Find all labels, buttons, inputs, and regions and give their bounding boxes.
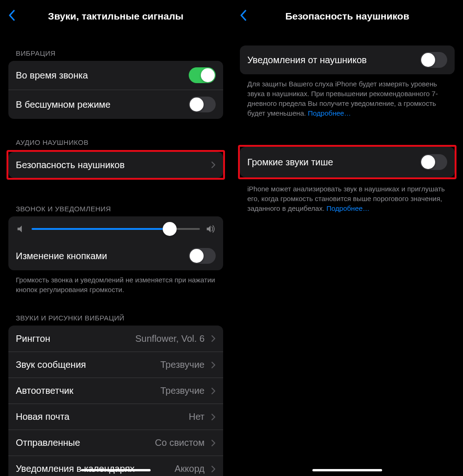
row-headphone-notifications[interactable]: Уведомления от наушников bbox=[240, 46, 455, 74]
group-ringer: Изменение кнопками bbox=[8, 216, 223, 270]
pane-sounds: Звуки, тактильные сигналы ВИБРАЦИЯ Во вр… bbox=[0, 0, 232, 476]
learn-more-link[interactable]: Подробнее… bbox=[308, 109, 351, 117]
row-reduce-loud-sounds[interactable]: Громкие звуки тише bbox=[240, 147, 455, 177]
toggle-vibrate-ring[interactable] bbox=[189, 67, 216, 83]
row-label: Звук сообщения bbox=[16, 359, 160, 370]
section-header-ringer: ЗВОНОК И УВЕДОМЛЕНИЯ bbox=[16, 205, 223, 213]
footer-note-ringer: Громкость звонка и уведомлений не изменя… bbox=[16, 275, 216, 294]
content-right: Уведомления от наушников Для защиты Ваше… bbox=[232, 28, 463, 476]
speaker-low-icon bbox=[16, 224, 26, 234]
back-button[interactable] bbox=[238, 8, 248, 22]
chevron-left-icon bbox=[240, 10, 246, 21]
row-text-tone[interactable]: Звук сообщения Трезвучие bbox=[8, 352, 223, 378]
chevron-right-icon bbox=[211, 335, 216, 342]
chevron-right-icon bbox=[211, 387, 216, 395]
row-value: Трезвучие bbox=[160, 359, 205, 370]
row-value: Трезвучие bbox=[160, 385, 205, 396]
row-new-mail[interactable]: Новая почта Нет bbox=[8, 404, 223, 430]
section-header-vibration: ВИБРАЦИЯ bbox=[16, 49, 223, 57]
content-left: ВИБРАЦИЯ Во время звонка В бесшумном реж… bbox=[0, 28, 232, 476]
row-label: Отправленные bbox=[16, 437, 155, 448]
row-ringtone[interactable]: Рингтон Sunflower, Vol. 6 bbox=[8, 326, 223, 352]
chevron-right-icon bbox=[211, 439, 216, 447]
chevron-right-icon bbox=[211, 361, 216, 369]
row-volume-slider[interactable] bbox=[8, 216, 223, 241]
navbar-left: Звуки, тактильные сигналы bbox=[0, 0, 232, 28]
row-voicemail[interactable]: Автоответчик Трезвучие bbox=[8, 378, 223, 404]
row-label: В бесшумном режиме bbox=[16, 99, 189, 110]
toggle-headphone-notifications[interactable] bbox=[420, 52, 447, 68]
row-value: Аккорд bbox=[174, 463, 205, 474]
home-indicator[interactable] bbox=[81, 469, 151, 471]
row-sent-mail[interactable]: Отправленные Со свистом bbox=[8, 430, 223, 456]
toggle-vibrate-silent[interactable] bbox=[189, 97, 216, 112]
row-vibrate-on-ring[interactable]: Во время звонка bbox=[8, 61, 223, 90]
chevron-left-icon bbox=[8, 10, 15, 21]
chevron-right-icon bbox=[211, 161, 216, 169]
page-title: Звуки, тактильные сигналы bbox=[48, 11, 183, 22]
footer-note-reduce: iPhone может анализировать звук в наушни… bbox=[247, 184, 447, 213]
row-value: Нет bbox=[189, 411, 205, 422]
row-label: Безопасность наушников bbox=[16, 160, 207, 170]
group-reduce-loud: Громкие звуки тише bbox=[240, 147, 455, 177]
highlight-reduce-loud: Громкие звуки тише bbox=[238, 145, 456, 179]
back-button[interactable] bbox=[7, 8, 17, 22]
learn-more-link[interactable]: Подробнее… bbox=[326, 204, 370, 212]
group-sounds-patterns: Рингтон Sunflower, Vol. 6 Звук сообщения… bbox=[8, 326, 223, 476]
speaker-high-icon bbox=[205, 224, 216, 234]
row-change-with-buttons[interactable]: Изменение кнопками bbox=[8, 241, 223, 270]
group-headphone-notifications: Уведомления от наушников bbox=[240, 46, 455, 74]
chevron-right-icon bbox=[211, 465, 216, 473]
toggle-reduce-loud[interactable] bbox=[420, 154, 447, 170]
row-vibrate-on-silent[interactable]: В бесшумном режиме bbox=[8, 90, 223, 119]
row-value: Sunflower, Vol. 6 bbox=[135, 333, 205, 344]
row-value: Со свистом bbox=[155, 437, 205, 448]
row-label: Автоответчик bbox=[16, 385, 160, 396]
navbar-right: Безопасность наушников bbox=[232, 0, 463, 28]
row-label: Уведомления от наушников bbox=[247, 55, 420, 65]
row-calendar-alerts[interactable]: Уведомления в календарях Аккорд bbox=[8, 456, 223, 476]
row-label: Рингтон bbox=[16, 333, 135, 344]
row-label: Громкие звуки тише bbox=[247, 157, 420, 168]
row-label: Во время звонка bbox=[16, 70, 189, 81]
highlight-headphone-safety: Безопасность наушников bbox=[7, 150, 225, 180]
page-title: Безопасность наушников bbox=[285, 11, 410, 22]
chevron-right-icon bbox=[211, 413, 216, 421]
home-indicator[interactable] bbox=[312, 469, 382, 471]
group-vibration: Во время звонка В бесшумном режиме bbox=[8, 61, 223, 119]
volume-slider[interactable] bbox=[32, 228, 200, 230]
toggle-change-buttons[interactable] bbox=[189, 248, 216, 264]
footer-note-notifications: Для защиты Вашего слуха iPhone будет изм… bbox=[247, 79, 447, 118]
pane-headphone-safety: Безопасность наушников Уведомления от на… bbox=[232, 0, 463, 476]
row-label: Новая почта bbox=[16, 411, 189, 422]
section-header-headphone-audio: АУДИО НАУШНИКОВ bbox=[16, 138, 223, 146]
group-headphone-safety: Безопасность наушников bbox=[8, 152, 223, 178]
row-label: Изменение кнопками bbox=[16, 251, 189, 261]
row-headphone-safety[interactable]: Безопасность наушников bbox=[8, 152, 223, 178]
section-header-sounds-patterns: ЗВУКИ И РИСУНКИ ВИБРАЦИЙ bbox=[16, 314, 223, 322]
